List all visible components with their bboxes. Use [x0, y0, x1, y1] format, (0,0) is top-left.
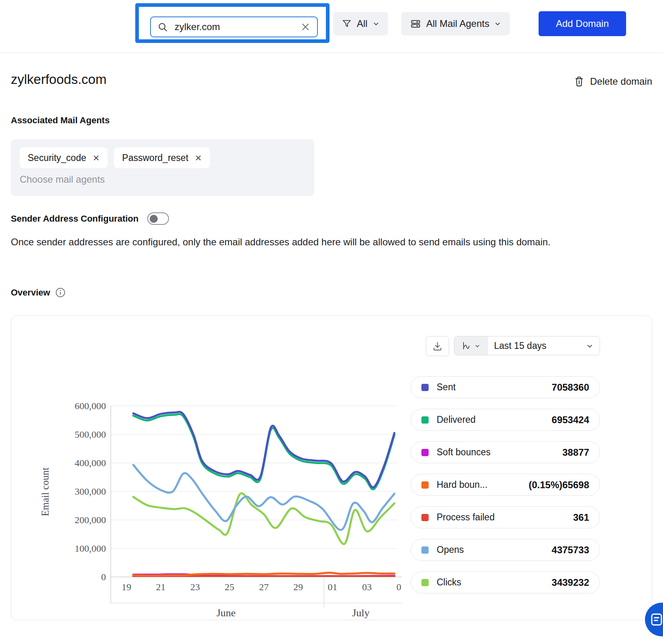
line-chart-icon	[462, 341, 472, 351]
chart-legend: Sent7058360Delivered6953424Soft bounces3…	[411, 376, 600, 604]
overview-label: Overview	[11, 287, 50, 298]
date-range-select[interactable]: Last 15 days	[488, 336, 600, 355]
legend-swatch	[421, 546, 429, 554]
x-axis-tick: 25	[225, 582, 234, 592]
legend-value: 38877	[562, 447, 589, 458]
funnel-icon	[342, 19, 352, 29]
sender-config-label: Sender Address Configuration	[11, 214, 138, 224]
month-label: June	[216, 607, 236, 619]
legend-label: Clicks	[437, 577, 552, 588]
chevron-down-icon	[494, 20, 501, 27]
clear-search-icon[interactable]	[300, 22, 311, 32]
remove-chip-icon[interactable]: ✕	[195, 154, 202, 162]
overview-chart-card: Last 15 days 0100,000200,000300,000400,0…	[11, 316, 652, 620]
month-label: July	[352, 607, 369, 619]
legend-label: Sent	[437, 382, 552, 393]
series-delivered	[133, 414, 395, 489]
x-axis-tick: 05	[397, 582, 402, 592]
sender-config-row: Sender Address Configuration	[11, 212, 169, 225]
chart-controls: Last 15 days	[454, 336, 600, 355]
top-toolbar: All All Mail Agents Add Domain	[0, 0, 663, 53]
y-axis-tick: 200,000	[75, 515, 106, 525]
legend-swatch	[421, 384, 429, 391]
mail-agent-chip-label: Password_reset	[122, 153, 188, 163]
mail-agent-chip: Password_reset✕	[114, 147, 210, 168]
chevron-down-icon	[373, 20, 379, 27]
domain-search-box[interactable]	[150, 16, 318, 37]
legend-item-sent[interactable]: Sent7058360	[411, 376, 600, 398]
y-axis-tick: 100,000	[75, 543, 106, 554]
x-axis-tick: 27	[259, 582, 268, 592]
x-axis-tick: 19	[122, 582, 131, 592]
legend-value: 7058360	[552, 382, 589, 393]
legend-value: 3439232	[552, 577, 589, 588]
associated-mail-agents-title: Associated Mail Agents	[11, 115, 110, 126]
status-filter-label: All	[357, 18, 368, 29]
download-icon	[432, 341, 443, 351]
delete-domain-label: Delete domain	[590, 76, 652, 87]
x-axis-tick: 29	[293, 582, 303, 592]
series-sent	[133, 412, 395, 487]
overview-chart: 0100,000200,000300,000400,000500,000600,…	[24, 371, 402, 620]
zeptomail-domain-page: { "topbar": { "search_value": "zylker.co…	[0, 0, 663, 644]
mail-agents-filter-button[interactable]: All Mail Agents	[401, 12, 510, 35]
y-axis-tick: 500,000	[75, 429, 106, 440]
x-axis-tick: 03	[362, 582, 372, 592]
y-axis-label: Email count	[40, 467, 51, 516]
toggle-knob	[150, 215, 158, 223]
domain-detail-page: zylkerfoods.com Delete domain Associated…	[0, 53, 663, 644]
sender-config-description: Once sender addresses are configured, on…	[11, 234, 586, 250]
legend-item-soft-bounces[interactable]: Soft bounces38877	[411, 441, 600, 463]
help-widget-icon	[649, 612, 663, 627]
legend-swatch	[421, 481, 429, 489]
legend-swatch	[421, 449, 429, 456]
overview-chart-svg: 0100,000200,000300,000400,000500,000600,…	[24, 371, 402, 620]
info-icon[interactable]	[55, 287, 66, 298]
legend-swatch	[421, 514, 429, 521]
y-axis-tick: 300,000	[75, 486, 106, 497]
legend-label: Soft bounces	[437, 447, 562, 458]
legend-item-opens[interactable]: Opens4375733	[411, 539, 600, 561]
chart-type-button[interactable]	[454, 336, 488, 355]
y-axis-tick: 600,000	[75, 401, 106, 411]
legend-item-delivered[interactable]: Delivered6953424	[411, 409, 600, 431]
search-highlight-box	[135, 3, 329, 43]
legend-item-hard-boun[interactable]: Hard boun...(0.15%)65698	[411, 474, 600, 496]
search-icon	[157, 22, 168, 33]
server-stack-icon	[410, 18, 421, 29]
legend-label: Delivered	[437, 414, 552, 425]
add-domain-button[interactable]: Add Domain	[539, 11, 626, 36]
trash-icon	[574, 76, 584, 87]
x-axis-tick: 23	[190, 582, 200, 592]
search-input[interactable]	[174, 21, 295, 33]
mail-agent-chip: Security_code✕	[20, 147, 108, 168]
legend-label: Process failed	[437, 512, 573, 523]
legend-value: 361	[573, 512, 589, 523]
legend-value: 6953424	[552, 414, 589, 426]
legend-item-process-failed[interactable]: Process failed361	[411, 506, 600, 528]
mail-agents-filter-label: All Mail Agents	[426, 18, 489, 29]
date-range-label: Last 15 days	[494, 340, 582, 351]
page-title: zylkerfoods.com	[11, 72, 106, 87]
x-axis-tick: 01	[328, 582, 338, 592]
chevron-down-icon	[586, 342, 593, 349]
series-clicks	[133, 493, 395, 544]
mail-agents-picker[interactable]: Security_code✕Password_reset✕ Choose mai…	[11, 139, 314, 196]
delete-domain-button[interactable]: Delete domain	[574, 76, 652, 87]
overview-header: Overview	[11, 287, 66, 298]
mail-agent-chips: Security_code✕Password_reset✕	[20, 147, 305, 168]
legend-label: Hard boun...	[437, 479, 529, 490]
remove-chip-icon[interactable]: ✕	[93, 154, 100, 162]
mail-agent-chip-label: Security_code	[28, 153, 86, 163]
legend-label: Opens	[437, 544, 552, 555]
y-axis-tick: 400,000	[75, 458, 106, 468]
choose-mail-agents-placeholder[interactable]: Choose mail agents	[20, 174, 305, 185]
status-filter-button[interactable]: All	[333, 12, 388, 35]
legend-swatch	[421, 579, 429, 586]
sender-config-toggle[interactable]	[147, 212, 169, 225]
x-axis-tick: 21	[156, 582, 166, 592]
legend-item-clicks[interactable]: Clicks3439232	[411, 571, 600, 593]
download-chart-button[interactable]	[426, 336, 449, 356]
legend-swatch	[421, 416, 429, 424]
legend-value: (0.15%)65698	[529, 479, 589, 491]
